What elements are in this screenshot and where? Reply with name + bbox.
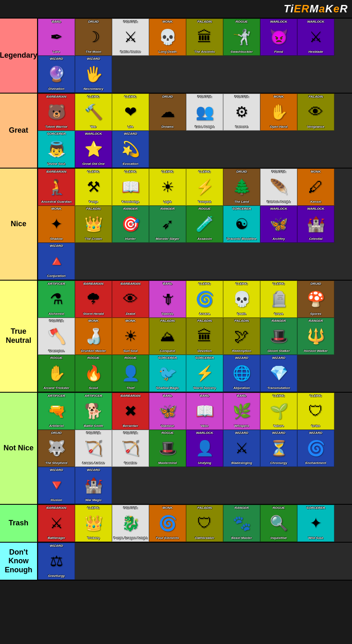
item-arcana[interactable]: CLERIC🌀Arcana xyxy=(186,281,223,318)
item-war-magic[interactable]: WIZARD🏰War Magic xyxy=(75,467,112,504)
item-purple-dragon-knight[interactable]: FIGHTER🐉Purple Dragon Knight xyxy=(112,505,149,542)
item-ancestral-guardian[interactable]: BARBARIAN🧎Ancestral Guardian xyxy=(38,169,75,206)
item-the-moon[interactable]: DRUID☽The Moon xyxy=(75,19,112,56)
item-inquisitive[interactable]: ROGUE🔍Inquisitive xyxy=(260,505,297,542)
item-wild-soul[interactable]: SORCERER✦Wild Soul xyxy=(297,505,334,542)
item-necromancy[interactable]: WIZARD🖐Necromancy xyxy=(75,56,112,93)
item-zealot[interactable]: BARBARIAN👁Zealot xyxy=(112,281,149,318)
item-monster-slayer[interactable]: RANGER➶Monster Slayer xyxy=(149,206,186,243)
item-enchantment[interactable]: WIZARD🌀Enchantment xyxy=(297,430,334,467)
item-abjuration[interactable]: WIZARD🌐Abjuration xyxy=(223,355,260,392)
item-celestial[interactable]: WARLOCK🏰Celestial xyxy=(297,206,334,243)
item-battlerager[interactable]: BARBARIAN⚔Battlerager xyxy=(38,505,75,542)
item-cavalier[interactable]: FIGHTER🏹Cavalier xyxy=(112,430,149,467)
item-icon: ⛰ xyxy=(160,323,175,349)
item-valor[interactable]: BARD📖Valor xyxy=(186,393,223,430)
item-chronurgy[interactable]: WIZARD⏳Chronurgy xyxy=(260,430,297,467)
item-lore[interactable]: BARD✒Lore xyxy=(38,19,75,56)
item-mastermind[interactable]: ROGUE🎩Mastermind xyxy=(149,430,186,467)
item-alchemist[interactable]: ARTIFICER⚗Alchemist xyxy=(38,281,75,318)
item-name-label: Arcana xyxy=(187,312,222,316)
item-champion[interactable]: FIGHTER🪓Champion xyxy=(38,318,75,355)
item-spores[interactable]: DRUID🍄Spores xyxy=(297,281,334,318)
item-swashbuckler[interactable]: ROGUE🤺Swashbuckler xyxy=(223,19,260,56)
item-four-elements[interactable]: MONK🌀Four Elements xyxy=(149,505,186,542)
item-archfey[interactable]: WARLOCK🦋Archfey xyxy=(260,206,297,243)
item-whispers[interactable]: BARD🌿Whispers xyxy=(223,393,260,430)
item-scout[interactable]: ROGUE🔥Scout xyxy=(75,355,112,392)
item-totem-warrior[interactable]: BARBARIAN🐻Totem Warrior xyxy=(38,94,75,131)
item-grave[interactable]: CLERIC🪦Grave xyxy=(260,281,297,318)
item-fiend[interactable]: WARLOCK👿Fiend xyxy=(260,19,297,56)
item-class-label: ARTIFICER xyxy=(39,394,74,398)
item-the-land[interactable]: DRUID🌲The Land xyxy=(223,169,260,206)
item-thief[interactable]: ROGUE👤Thief xyxy=(112,355,149,392)
item-tempest[interactable]: CLERIC⚡Tempest xyxy=(186,169,223,206)
item-forge[interactable]: CLERIC⚒Forge xyxy=(75,169,112,206)
item-swords[interactable]: BARD🗡Swords xyxy=(149,281,186,318)
item-shadow[interactable]: MONK✦Shadow xyxy=(38,206,75,243)
item-the-crown[interactable]: PALADIN👑The Crown xyxy=(75,206,112,243)
tier-label-dont-know: Don't Know Enough xyxy=(0,543,38,580)
item-beast-master[interactable]: RANGER🐾Beast Master xyxy=(223,505,260,542)
item-order[interactable]: CLERIC🛡Order xyxy=(297,393,334,430)
item-battle-master[interactable]: FIGHTER⚔Battle Master xyxy=(112,19,149,56)
item-storm-herald[interactable]: BARBARIAN🌩Storm Herald xyxy=(75,281,112,318)
item-horizon-walker[interactable]: RANGER🔱Horizon Walker xyxy=(297,318,334,355)
item-great-old-one[interactable]: WARLOCK⭐Great Old One xyxy=(75,131,112,168)
item-conjuration[interactable]: WIZARD🔺Conjuration xyxy=(38,243,75,280)
item-name-label: The Shepherd xyxy=(39,461,74,465)
item-devotion[interactable]: PALADIN🏛Devotion xyxy=(186,318,223,355)
item-gloom-stalker[interactable]: RANGER🎩Gloom Stalker xyxy=(260,318,297,355)
item-berserker[interactable]: BARBARIAN✖Berserker xyxy=(112,393,149,430)
item-graviturgy[interactable]: WIZARD⚖Graviturgy xyxy=(38,543,75,580)
item-undying[interactable]: WARLOCK👤Undying xyxy=(186,430,223,467)
item-nature[interactable]: CLERIC🌱Nature xyxy=(260,393,297,430)
item-long-death[interactable]: MONK💀Long Death xyxy=(149,19,186,56)
item-drunken-master[interactable]: MONK🍶Drunken Master xyxy=(75,318,112,355)
item-hunter[interactable]: RANGER🎯Hunter xyxy=(112,206,149,243)
item-dreams[interactable]: DRUID☁Dreams xyxy=(149,94,186,131)
item-arcane-trickster[interactable]: ROGUE✋Arcane Trickster xyxy=(38,355,75,392)
item-echo-knight[interactable]: FIGHTER👥Echo Knight xyxy=(186,94,223,131)
item-icon: 🔍 xyxy=(270,510,288,536)
item-transmutation[interactable]: WIZARD💎Transmutation xyxy=(260,355,297,392)
item-bladesinging[interactable]: WIZARD⚔Bladesinging xyxy=(223,430,260,467)
item-divine-soul[interactable]: SORCERER👼Divine Soul xyxy=(38,131,75,168)
item-sun-soul[interactable]: MONK☀Sun Soul xyxy=(112,318,149,355)
item-death[interactable]: CLERIC💀Death xyxy=(223,281,260,318)
item-evocation[interactable]: WIZARD💫Evocation xyxy=(112,131,149,168)
item-redemption[interactable]: PALADIN🕊Redemption xyxy=(223,318,260,355)
item-artillerist[interactable]: ARTIFICER🔫Artillerist xyxy=(38,393,75,430)
item-the-ancients[interactable]: PALADIN🏛The Ancients xyxy=(186,19,223,56)
item-icon: 🎩 xyxy=(159,435,177,461)
item-shadow-magic[interactable]: SORCERER🐦Shadow Magic xyxy=(149,355,186,392)
item-trickery[interactable]: CLERIC👑Trickery xyxy=(75,505,112,542)
item-assassin[interactable]: ROGUE🧪Assassin xyxy=(186,206,223,243)
item-samurai[interactable]: FIGHTER⚙Samurai xyxy=(223,94,260,131)
item-kensei[interactable]: MONK🖊Kensei xyxy=(297,169,334,206)
item-war[interactable]: CLERIC🔨War xyxy=(75,94,112,131)
item-class-label: DRUID xyxy=(76,20,111,24)
item-divination[interactable]: WIZARD🔮Divination xyxy=(38,56,75,93)
item-battle-smith[interactable]: ARTIFICER🐕Battle Smith xyxy=(75,393,112,430)
item-the-shepherd[interactable]: DRUID🐺The Shepherd xyxy=(38,430,75,467)
item-name-label: Conjuration xyxy=(39,274,74,278)
item-hexblade[interactable]: WARLOCK⚔Hexblade xyxy=(297,19,334,56)
item-oathbreaker[interactable]: PALADIN🛡Oathbreaker xyxy=(186,505,223,542)
item-class-label: WIZARD xyxy=(298,431,333,435)
item-storm-sorcery[interactable]: SORCERER⚡Storm Sorcery xyxy=(186,355,223,392)
item-knowledge[interactable]: CLERIC📖Knowledge xyxy=(112,169,149,206)
item-vengeance[interactable]: PALADIN👁Vengeance xyxy=(297,94,334,131)
item-illusion[interactable]: WIZARD🔻Illusion xyxy=(38,467,75,504)
item-open-hand[interactable]: MONK✋Open Hand xyxy=(260,94,297,131)
item-conquest[interactable]: PALADIN⛰Conquest xyxy=(149,318,186,355)
item-draconic-bloodline[interactable]: SORCERER☯Draconic Bloodline xyxy=(223,206,260,243)
item-life[interactable]: CLERIC❤Life xyxy=(112,94,149,131)
item-arcane-archer[interactable]: FIGHTER🏹Arcane Archer xyxy=(75,430,112,467)
tier-label-nice: Nice xyxy=(0,169,38,280)
item-eldritch-knight[interactable]: FIGHTER🪶Eldritch Knight xyxy=(260,169,297,206)
tier-items-not-nice: ARTIFICER🔫ArtilleristARTIFICER🐕Battle Sm… xyxy=(38,393,352,504)
item-glamour[interactable]: BARD🦋Glamour xyxy=(149,393,186,430)
item-light[interactable]: CLERIC☀Light xyxy=(149,169,186,206)
